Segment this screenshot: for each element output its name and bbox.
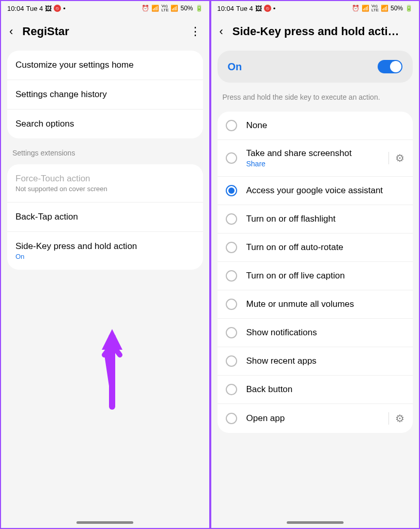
radio-option[interactable]: Show recent apps — [217, 347, 413, 376]
radio-button[interactable] — [226, 120, 237, 131]
radio-content: Turn on or off flashlight — [246, 214, 405, 224]
radio-option[interactable]: Access your google voice assistant — [217, 177, 413, 205]
signal-icon: 📶 — [170, 5, 178, 12]
phone-right: 10:04 Tue 4 🖼 ⦸ • ⏰ 📶 Vo)LTE 📶 50% 🔋 ‹ S… — [210, 0, 421, 529]
battery-icon: 🔋 — [405, 5, 413, 12]
radio-title: Turn on or off auto-rotate — [246, 242, 405, 253]
svg-marker-0 — [102, 329, 122, 350]
radio-option[interactable]: Turn on or off auto-rotate — [217, 234, 413, 262]
options-card: NoneTake and share screenshotShare⚙Acces… — [217, 112, 413, 433]
radio-content: Access your google voice assistant — [246, 185, 405, 196]
radio-title: Turn on or off flashlight — [246, 214, 405, 224]
radio-content: Mute or unmute all volumes — [246, 299, 405, 309]
status-bar: 10:04 Tue 4 🖼 ⦸ • ⏰ 📶 Vo)LTE 📶 50% 🔋 — [1, 1, 209, 15]
nav-bar[interactable] — [287, 521, 344, 524]
customize-settings-item[interactable]: Customize your settings home — [7, 51, 203, 80]
radio-content: None — [246, 120, 405, 131]
record-icon: ⦸ — [264, 5, 271, 12]
radio-option[interactable]: Back button — [217, 376, 413, 404]
radio-content: Turn on or off auto-rotate — [246, 242, 405, 253]
radio-option[interactable]: Turn on or off flashlight — [217, 205, 413, 234]
radio-content: Show notifications — [246, 328, 405, 338]
radio-option[interactable]: Show notifications — [217, 319, 413, 347]
gear-icon[interactable]: ⚙ — [388, 412, 405, 425]
radio-button[interactable] — [226, 413, 237, 424]
search-options-item[interactable]: Search options — [7, 110, 203, 138]
radio-title: Open app — [246, 413, 380, 424]
battery-text: 50% — [391, 5, 403, 12]
radio-option[interactable]: Open app⚙ — [217, 404, 413, 433]
radio-content: Take and share screenshotShare — [246, 148, 380, 168]
description: Press and hold the side key to execute a… — [211, 86, 419, 108]
section-header: Settings extensions — [1, 142, 209, 161]
lte-icon: Vo)LTE — [161, 4, 168, 12]
radio-button[interactable] — [226, 213, 237, 225]
phone-left: 10:04 Tue 4 🖼 ⦸ • ⏰ 📶 Vo)LTE 📶 50% 🔋 ‹ R… — [0, 0, 210, 529]
toggle-label: On — [228, 61, 242, 73]
radio-button[interactable] — [226, 327, 237, 338]
radio-button[interactable] — [226, 355, 237, 367]
gallery-icon: 🖼 — [255, 5, 262, 12]
radio-option[interactable]: None — [217, 112, 413, 140]
more-icon[interactable]: ⋮ — [190, 25, 201, 38]
radio-option[interactable]: Mute or unmute all volumes — [217, 290, 413, 319]
status-time: 10:04 — [7, 5, 24, 12]
status-time: 10:04 — [217, 5, 235, 12]
arrow-annotation — [91, 329, 133, 412]
toggle-knob — [390, 61, 401, 72]
radio-button[interactable] — [226, 299, 237, 310]
radio-title: Show recent apps — [246, 356, 405, 366]
gear-icon[interactable]: ⚙ — [388, 152, 405, 164]
status-date: Tue 4 — [26, 5, 43, 12]
settings-card-1: Customize your settings home Settings ch… — [7, 51, 203, 138]
content-right: On Press and hold the side key to execut… — [211, 48, 419, 528]
back-icon[interactable]: ‹ — [9, 25, 13, 38]
radio-title: Turn on or off live caption — [246, 271, 405, 281]
radio-button[interactable] — [226, 152, 237, 164]
battery-text: 50% — [180, 5, 193, 12]
record-icon: ⦸ — [54, 5, 61, 12]
status-bar: 10:04 Tue 4 🖼 ⦸ • ⏰ 📶 Vo)LTE 📶 50% 🔋 — [211, 1, 419, 15]
dot-icon: • — [273, 5, 276, 12]
wifi-icon: 📶 — [362, 5, 369, 12]
radio-title: Access your google voice assistant — [246, 185, 405, 196]
side-key-item[interactable]: Side-Key press and hold action On — [7, 232, 203, 270]
wifi-icon: 📶 — [151, 5, 159, 12]
force-touch-item: Force-Touch action Not supported on cove… — [7, 164, 203, 203]
radio-subtitle: Share — [246, 160, 380, 168]
master-toggle[interactable]: On — [217, 51, 413, 83]
radio-button[interactable] — [226, 270, 237, 282]
radio-title: Show notifications — [246, 328, 405, 338]
back-icon[interactable]: ‹ — [220, 25, 223, 38]
back-tap-item[interactable]: Back-Tap action — [7, 203, 203, 232]
change-history-item[interactable]: Settings change history — [7, 80, 203, 110]
radio-button[interactable] — [226, 185, 237, 196]
gallery-icon: 🖼 — [45, 5, 52, 12]
radio-title: Mute or unmute all volumes — [246, 299, 405, 309]
app-header: ‹ Side-Key press and hold acti… — [211, 15, 419, 48]
radio-option[interactable]: Take and share screenshotShare⚙ — [217, 140, 413, 177]
extensions-card: Force-Touch action Not supported on cove… — [7, 164, 203, 270]
toggle-switch[interactable] — [378, 60, 402, 73]
app-header: ‹ RegiStar ⋮ — [1, 15, 209, 48]
battery-icon: 🔋 — [195, 5, 203, 12]
status-date: Tue 4 — [236, 5, 253, 12]
radio-content: Back button — [246, 384, 405, 395]
radio-title: None — [246, 120, 405, 131]
page-title: Side-Key press and hold acti… — [232, 25, 411, 38]
radio-title: Back button — [246, 384, 405, 395]
radio-content: Show recent apps — [246, 356, 405, 366]
radio-option[interactable]: Turn on or off live caption — [217, 262, 413, 290]
radio-content: Open app — [246, 413, 380, 424]
alarm-icon: ⏰ — [142, 5, 149, 12]
alarm-icon: ⏰ — [352, 5, 360, 12]
radio-button[interactable] — [226, 242, 237, 253]
radio-content: Turn on or off live caption — [246, 271, 405, 281]
radio-button[interactable] — [226, 384, 237, 395]
page-title: RegiStar — [22, 25, 180, 38]
lte-icon: Vo)LTE — [371, 4, 379, 12]
signal-icon: 📶 — [381, 5, 388, 12]
dot-icon: • — [63, 5, 66, 12]
nav-bar[interactable] — [76, 521, 133, 524]
content-left: Customize your settings home Settings ch… — [1, 48, 209, 528]
